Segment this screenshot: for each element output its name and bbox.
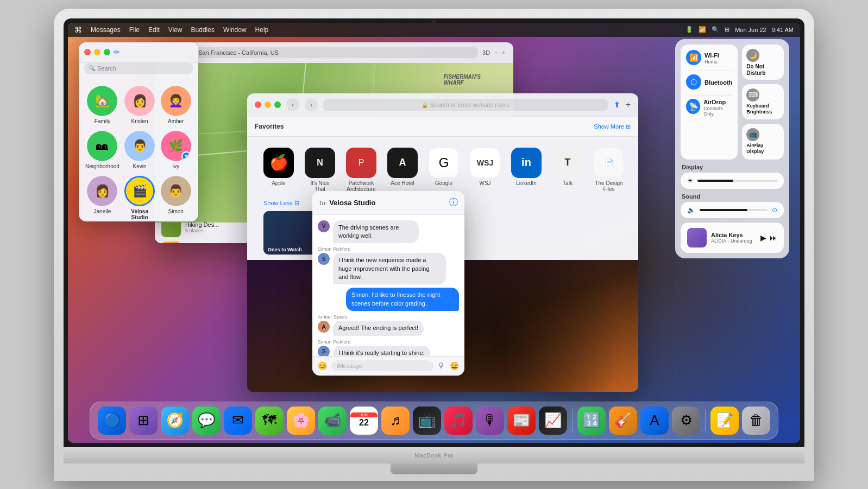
menu-messages[interactable]: Messages <box>91 26 121 34</box>
dock-calendar[interactable]: JUN 22 <box>350 407 378 435</box>
cc-dnd-tile[interactable]: 🌙 Do Not Disturb <box>742 45 784 80</box>
fav-talk-icon: T <box>552 148 583 178</box>
maps-guide-hiking-info: Hiking Des... 5 places <box>185 221 219 233</box>
dock-tv[interactable]: 📺 <box>413 407 441 435</box>
msg-sender-5: Simon Pickford <box>318 339 459 345</box>
dock-mail[interactable]: ✉ <box>224 407 252 435</box>
fav-apple[interactable]: 🍎 Apple <box>263 148 294 186</box>
safari-share-btn[interactable]: ⬆ <box>614 100 620 109</box>
chat-info-btn[interactable]: ⓘ <box>449 197 458 208</box>
messages-search-bar[interactable]: 🔍 Search <box>84 63 193 74</box>
maps-zoom-out[interactable]: − <box>494 49 498 56</box>
maps-toolbar: 3D − + <box>482 49 506 56</box>
dock-photos[interactable]: 🌸 <box>287 407 315 435</box>
safari-add-tab-btn[interactable]: + <box>626 100 631 110</box>
safari-close-button[interactable] <box>255 101 261 108</box>
dock-launchpad[interactable]: ⊞ <box>129 407 158 435</box>
cc-sound-fill <box>700 209 747 211</box>
bluetooth-icon: ⬡ <box>686 74 701 90</box>
dock-podcasts[interactable]: 🎙 <box>476 407 504 435</box>
cc-airplay-tile[interactable]: 📺 AirPlay Display <box>742 124 784 159</box>
show-less-btn[interactable]: Show Less ⊟ <box>263 200 299 207</box>
chat-input-area: 😊 iMessage 🎙 😄 <box>312 356 464 376</box>
menu-buddies[interactable]: Buddies <box>191 26 215 34</box>
pinned-family[interactable]: 🏡 Family <box>83 82 122 128</box>
dock-notes[interactable]: 📝 <box>710 407 739 435</box>
fav-nicethat[interactable]: N It's Nice That <box>305 148 335 192</box>
chat-input-field[interactable]: iMessage <box>331 360 433 371</box>
cc-keyboard-tile[interactable]: ⌨ Keyboard Brightness <box>742 84 784 119</box>
cc-display-slider[interactable] <box>697 180 777 182</box>
cc-display-slider-row: ☀ <box>681 173 784 189</box>
control-center-icon[interactable]: ⊞ <box>725 26 729 33</box>
safari-url-bar[interactable]: 🔒 Search or enter website name <box>323 99 608 111</box>
show-more-btn[interactable]: Show More ⊞ <box>594 123 631 130</box>
safari-maximize-button[interactable] <box>274 101 281 108</box>
menu-help[interactable]: Help <box>255 26 269 34</box>
safari-minimize-button[interactable] <box>265 101 271 108</box>
fav-linkedin[interactable]: in LinkedIn <box>511 148 542 186</box>
dock-music2[interactable]: ♬ <box>381 407 410 435</box>
forward-btn[interactable]: ⏭ <box>770 233 777 242</box>
menu-file[interactable]: File <box>129 26 140 34</box>
cc-sound-slider[interactable] <box>700 209 768 211</box>
menu-view[interactable]: View <box>168 26 183 34</box>
dock-safari[interactable]: 🧭 <box>161 407 189 435</box>
fav-linkedin-icon: in <box>511 148 542 178</box>
pinned-amber[interactable]: 👩‍🦱 Amber <box>158 82 194 128</box>
maps-guide-one[interactable]: The One T... The Infatuation... <box>155 239 252 243</box>
pinned-simon[interactable]: 👨 Simon <box>158 173 194 221</box>
dock-trash[interactable]: 🗑 <box>742 407 770 435</box>
play-btn[interactable]: ▶ <box>760 233 766 242</box>
menu-edit[interactable]: Edit <box>148 26 160 34</box>
dock-facetime[interactable]: 📹 <box>318 407 347 435</box>
fav-patchwork[interactable]: P Patchwork Architecture <box>346 148 376 192</box>
dock-garageband[interactable]: 🎸 <box>609 407 637 435</box>
messages-minimize-btn[interactable] <box>94 49 100 55</box>
dock-finder[interactable]: 🔵 <box>98 407 126 435</box>
fav-google[interactable]: G Google <box>429 148 459 186</box>
dock-news[interactable]: 📰 <box>507 407 536 435</box>
maps-3d-btn[interactable]: 3D <box>482 49 490 56</box>
fav-design-files[interactable]: 📄 The Design Files <box>594 148 624 192</box>
messages-compose-btn[interactable]: ✏ <box>114 48 120 56</box>
messages-close-btn[interactable] <box>84 49 91 55</box>
pinned-kristen[interactable]: 👩 Kristen <box>122 82 158 128</box>
pinned-neighborhood[interactable]: 🏘 Neighborhood <box>83 128 122 173</box>
safari-titlebar: ‹ › 🔒 Search or enter website name ⬆ + <box>247 93 638 117</box>
fav-ace[interactable]: A Ace Hotel <box>387 148 418 186</box>
fav-wsj[interactable]: WSJ WSJ <box>470 148 500 186</box>
chat-emoji-end-btn[interactable]: 😄 <box>450 361 459 370</box>
menu-window[interactable]: Window <box>223 26 247 34</box>
pinned-ivy[interactable]: 🌿 ♥ Ivy <box>158 128 194 173</box>
chat-mic-btn[interactable]: 🎙 <box>438 361 445 370</box>
dock-numbers[interactable]: 🔢 <box>577 407 606 435</box>
fav-talk[interactable]: T Talk <box>552 148 583 186</box>
safari-back-button[interactable]: ‹ <box>286 98 299 111</box>
bluetooth-label[interactable]: Bluetooth <box>705 79 732 86</box>
dock-appstore[interactable]: A <box>640 407 669 435</box>
dock-stocks[interactable]: 📈 <box>539 407 567 435</box>
kevin-avatar-img: 👨 <box>124 131 155 161</box>
maps-address-bar[interactable]: San Francisco - California, US <box>193 47 478 58</box>
dock-maps[interactable]: 🗺 <box>255 407 284 435</box>
apple-menu[interactable]: ⌘ <box>74 26 82 34</box>
pinned-velosa[interactable]: 🎬 Velosa Studio <box>122 173 158 221</box>
chat-message-4: Amber Spiers A Agreed! The ending is per… <box>318 314 459 335</box>
dock-sysprefs[interactable]: ⚙ <box>672 407 700 435</box>
search-icon[interactable]: 🔍 <box>712 26 719 33</box>
dock-messages[interactable]: 💬 <box>192 407 221 435</box>
safari-forward-button[interactable]: › <box>305 98 318 111</box>
maps-zoom-in[interactable]: + <box>502 49 506 56</box>
dock-music[interactable]: 🎵 <box>444 407 473 435</box>
wifi-label[interactable]: Wi-Fi <box>705 52 719 59</box>
msg-bubble-wrapper-1: The driving scenes are working well. <box>333 220 440 244</box>
airdrop-label[interactable]: AirDrop <box>703 99 732 106</box>
fav-ace-icon: A <box>387 148 418 178</box>
sound-airpods-icon[interactable]: ⊙ <box>772 206 777 214</box>
chat-emoji-btn[interactable]: 😊 <box>318 361 327 370</box>
safari-url-text: Search or enter website name <box>430 101 510 108</box>
pinned-kevin[interactable]: 👨 Kevin <box>122 128 158 173</box>
messages-maximize-btn[interactable] <box>104 49 110 55</box>
pinned-janelle[interactable]: 👩 Janelle <box>83 173 122 221</box>
